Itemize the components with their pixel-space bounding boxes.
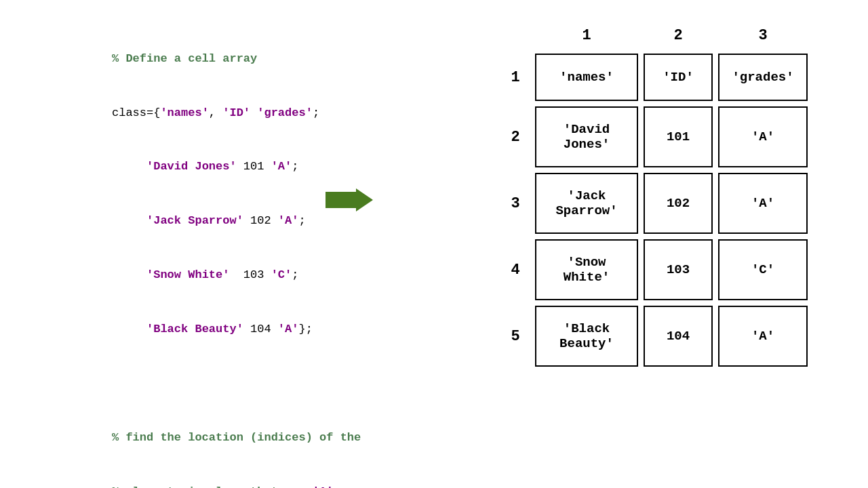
col-header-empty	[498, 20, 532, 51]
col-header-1: 1	[532, 20, 641, 51]
row-label-3: 3	[498, 170, 532, 237]
cell-1-2: 'ID'	[644, 54, 713, 101]
cell-3-2: 102	[644, 173, 713, 234]
code-block: % Define a cell array class={'names', 'I…	[112, 14, 420, 488]
col-header-2: 2	[641, 20, 715, 51]
svg-marker-0	[326, 188, 373, 211]
cell-5-3: 'A'	[718, 306, 808, 367]
cell-4-1: 'SnowWhite'	[535, 239, 638, 300]
cell-1-3: 'grades'	[718, 54, 808, 101]
code-line-6: 'Black Beauty' 104 'A'};	[112, 320, 420, 338]
cell-2-2: 101	[644, 106, 713, 167]
code-line-4: 'Jack Sparrow' 102 'A';	[112, 211, 420, 230]
row-label-1: 1	[498, 51, 532, 104]
grid-table: 1 2 3 1 'names' 'ID' 'grades' 2 'DavidJo…	[498, 20, 810, 369]
row-label-4: 4	[498, 237, 532, 303]
main-container: % Define a cell array class={'names', 'I…	[0, 0, 868, 488]
cell-5-1: 'BlackBeauty'	[535, 306, 638, 367]
row-label-2: 2	[498, 104, 532, 170]
cell-5-2: 104	[644, 306, 713, 367]
code-line-blank	[112, 374, 420, 392]
code-line-1: % Define a cell array	[112, 49, 420, 68]
code-line-5: 'Snow White' 103 'C';	[112, 266, 420, 284]
code-line-3: 'David Jones' 101 'A';	[112, 157, 420, 176]
col-header-3: 3	[715, 20, 810, 51]
cell-1-1: 'names'	[535, 54, 638, 101]
code-line-9: % elements in class that are 'A'	[112, 483, 420, 488]
code-line-2: class={'names', 'ID' 'grades';	[112, 104, 420, 122]
cell-4-2: 103	[644, 239, 713, 300]
arrow-icon	[326, 188, 373, 211]
right-panel: 1 2 3 1 'names' 'ID' 'grades' 2 'DavidJo…	[434, 0, 868, 488]
cell-4-3: 'C'	[718, 239, 808, 300]
cell-2-3: 'A'	[718, 106, 808, 167]
cell-3-1: 'JackSparrow'	[535, 173, 638, 234]
cell-3-3: 'A'	[718, 173, 808, 234]
code-line-8: % find the location (indices) of the	[112, 428, 420, 447]
left-panel: % Define a cell array class={'names', 'I…	[0, 0, 434, 488]
row-label-5: 5	[498, 303, 532, 369]
cell-2-1: 'DavidJones'	[535, 106, 638, 167]
arrow-container	[326, 188, 373, 215]
